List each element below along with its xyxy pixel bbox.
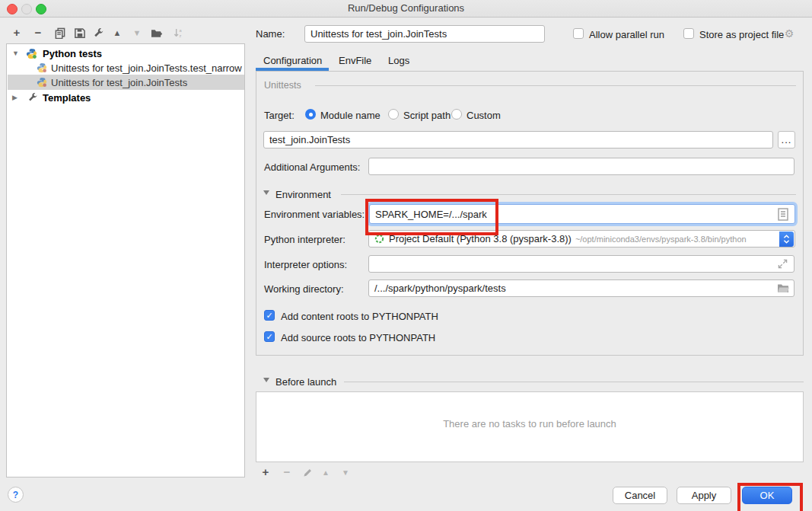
title-bar: Run/Debug Configurations bbox=[0, 0, 812, 18]
edit-task-pencil-icon[interactable] bbox=[301, 466, 314, 478]
new-folder-icon[interactable] bbox=[151, 27, 163, 39]
additional-arguments-input[interactable] bbox=[368, 158, 794, 175]
add-content-roots-label: Add content roots to PYTHONPATH bbox=[281, 311, 438, 322]
help-button[interactable]: ? bbox=[8, 487, 24, 503]
tree-item-label: Unittests for test_join.JoinTests bbox=[51, 77, 187, 88]
svg-text:z: z bbox=[179, 33, 181, 37]
ok-button[interactable]: OK bbox=[742, 487, 792, 504]
tree-item-label: Unittests for test_join.JoinTests.test_n… bbox=[51, 62, 242, 74]
working-directory-label: Working directory: bbox=[264, 283, 344, 295]
expand-field-icon[interactable] bbox=[778, 259, 788, 269]
add-source-roots-label: Add source roots to PYTHONPATH bbox=[281, 332, 435, 343]
gear-icon[interactable]: ⚙ bbox=[783, 27, 795, 40]
remove-configuration-button[interactable]: − bbox=[32, 27, 44, 39]
move-down-button[interactable]: ▼ bbox=[131, 27, 143, 39]
python-test-icon bbox=[37, 62, 48, 73]
folder-icon[interactable] bbox=[777, 283, 789, 293]
remove-task-button[interactable]: − bbox=[281, 466, 293, 478]
environment-variables-label: Environment variables: bbox=[264, 209, 365, 220]
save-configuration-icon[interactable] bbox=[73, 27, 85, 39]
copy-configuration-icon[interactable] bbox=[53, 27, 65, 39]
python-interpreter-label: Python interpreter: bbox=[264, 234, 345, 245]
configurations-tree: ▼ Python tests Unittests for test_join.J… bbox=[6, 43, 245, 477]
interpreter-dropdown-button[interactable] bbox=[779, 232, 794, 247]
allow-parallel-run-checkbox[interactable] bbox=[573, 28, 584, 39]
add-configuration-button[interactable]: + bbox=[11, 27, 23, 39]
chevron-down-icon[interactable]: ▼ bbox=[12, 50, 20, 57]
before-launch-divider bbox=[344, 382, 804, 382]
group-divider bbox=[315, 85, 796, 86]
store-as-project-file-checkbox[interactable] bbox=[683, 28, 694, 39]
sort-alphabetically-icon[interactable]: az bbox=[172, 27, 184, 39]
radio-script-path[interactable] bbox=[388, 109, 399, 120]
conda-env-icon bbox=[374, 234, 384, 244]
module-name-value: test_join.JoinTests bbox=[269, 134, 350, 145]
python-interpreter-value: Project Default (Python 3.8 (pyspark-3.8… bbox=[389, 233, 572, 244]
radio-custom-label: Custom bbox=[467, 110, 501, 121]
edit-templates-wrench-icon[interactable] bbox=[92, 27, 104, 39]
environment-variables-input[interactable]: SPARK_HOME=/.../spark bbox=[369, 204, 795, 224]
zoom-window-button[interactable] bbox=[36, 4, 46, 14]
radio-script-path-label: Script path bbox=[403, 110, 451, 121]
store-as-project-file-label: Store as project file bbox=[699, 29, 784, 40]
environment-divider bbox=[341, 194, 796, 195]
browse-env-vars-icon[interactable] bbox=[778, 208, 788, 221]
module-name-input[interactable]: test_join.JoinTests bbox=[263, 131, 773, 149]
name-label: Name: bbox=[256, 28, 285, 40]
python-interpreter-path: ~/opt/miniconda3/envs/pyspark-3.8/bin/py… bbox=[575, 235, 747, 244]
move-task-up-button[interactable]: ▲ bbox=[320, 466, 332, 478]
environment-section-label: Environment bbox=[275, 189, 331, 200]
tree-item-jointests-selected[interactable]: Unittests for test_join.JoinTests bbox=[8, 75, 245, 90]
before-launch-task-list[interactable]: There are no tasks to run before launch bbox=[256, 391, 804, 462]
wrench-icon bbox=[26, 92, 40, 103]
python-icon bbox=[26, 48, 40, 59]
radio-module-name-label: Module name bbox=[320, 110, 381, 121]
move-task-down-button[interactable]: ▼ bbox=[339, 466, 352, 478]
python-test-icon bbox=[37, 77, 48, 88]
close-window-button[interactable] bbox=[7, 4, 18, 14]
chevron-right-icon[interactable]: ▶ bbox=[12, 94, 20, 101]
environment-collapse-icon[interactable] bbox=[263, 190, 269, 195]
minimize-window-button[interactable] bbox=[21, 4, 32, 14]
name-input[interactable]: Unittests for test_join.JoinTests bbox=[304, 25, 545, 43]
move-up-button[interactable]: ▲ bbox=[111, 27, 123, 39]
environment-variables-value: SPARK_HOME=/.../spark bbox=[375, 209, 487, 220]
python-interpreter-select[interactable]: Project Default (Python 3.8 (pyspark-3.8… bbox=[368, 230, 795, 248]
tree-item-label: Python tests bbox=[43, 48, 102, 59]
add-source-roots-checkbox[interactable]: ✓ bbox=[264, 331, 275, 342]
tab-envfile[interactable]: EnvFile bbox=[339, 55, 371, 66]
radio-custom[interactable] bbox=[451, 109, 462, 120]
interpreter-options-input[interactable] bbox=[368, 255, 794, 273]
unittests-group-label: Unittests bbox=[264, 80, 301, 91]
add-content-roots-checkbox[interactable]: ✓ bbox=[264, 310, 275, 321]
tree-item-python-tests[interactable]: ▼ Python tests bbox=[8, 46, 245, 61]
apply-button[interactable]: Apply bbox=[677, 487, 731, 504]
tree-item-test-narrow[interactable]: Unittests for test_join.JoinTests.test_n… bbox=[8, 60, 245, 75]
browse-module-button[interactable]: ... bbox=[778, 131, 795, 149]
additional-arguments-label: Additional Arguments: bbox=[264, 161, 360, 173]
tab-configuration[interactable]: Configuration bbox=[263, 55, 322, 66]
name-value: Unittests for test_join.JoinTests bbox=[310, 28, 447, 40]
working-directory-input[interactable]: /.../spark/python/pyspark/tests bbox=[368, 279, 794, 297]
before-launch-collapse-icon[interactable] bbox=[263, 378, 269, 382]
tree-item-label: Templates bbox=[43, 92, 91, 104]
allow-parallel-run-label: Allow parallel run bbox=[589, 29, 664, 40]
run-debug-configurations-dialog: Run/Debug Configurations + − ▲ ▼ az ▼ Py… bbox=[0, 0, 812, 511]
window-title: Run/Debug Configurations bbox=[0, 0, 812, 17]
working-directory-value: /.../spark/python/pyspark/tests bbox=[374, 283, 506, 294]
target-label: Target: bbox=[264, 110, 295, 121]
svg-text:a: a bbox=[179, 28, 182, 33]
interpreter-options-label: Interpreter options: bbox=[264, 259, 347, 270]
add-task-button[interactable]: + bbox=[260, 466, 272, 478]
radio-module-name[interactable] bbox=[305, 109, 316, 120]
tab-logs[interactable]: Logs bbox=[388, 55, 409, 66]
before-launch-section-label: Before launch bbox=[275, 376, 336, 388]
cancel-button[interactable]: Cancel bbox=[613, 487, 667, 504]
before-launch-empty-message: There are no tasks to run before launch bbox=[256, 418, 803, 430]
tree-item-templates[interactable]: ▶ Templates bbox=[8, 90, 245, 105]
